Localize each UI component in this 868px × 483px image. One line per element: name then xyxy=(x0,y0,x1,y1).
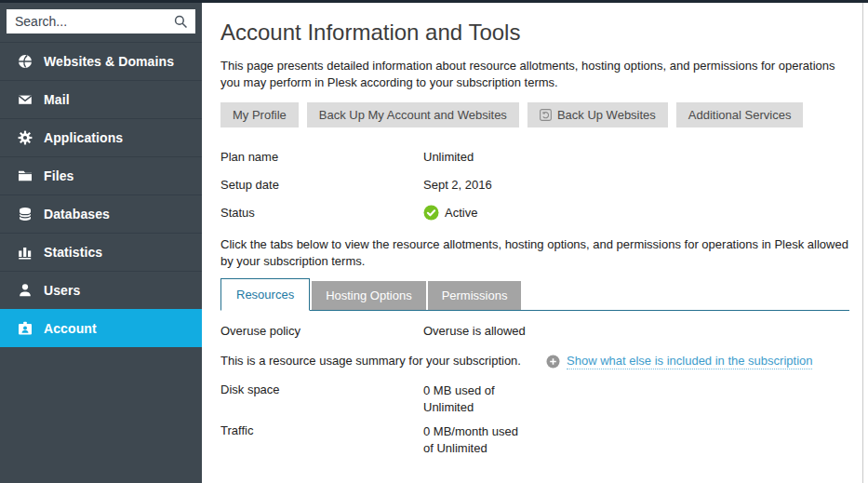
sidebar-nav: Websites & Domains Mail xyxy=(0,42,202,347)
disk-space-row: Disk space 0 MB used of Unlimited xyxy=(220,382,849,415)
disk-space-used: 0 MB used of xyxy=(423,382,495,399)
id-card-icon xyxy=(18,321,33,336)
button-label: Additional Services xyxy=(688,108,792,122)
tab-resources[interactable]: Resources xyxy=(220,278,310,311)
tab-permissions[interactable]: Permissions xyxy=(428,281,522,310)
backup-websites-button[interactable]: Back Up Websites xyxy=(527,102,668,127)
plan-name-label: Plan name xyxy=(220,150,423,164)
bar-chart-icon xyxy=(18,245,33,260)
resources-tab-panel: Overuse policy Overuse is allowed This i… xyxy=(220,324,849,456)
search-icon[interactable] xyxy=(174,15,188,29)
sidebar-search xyxy=(0,0,202,42)
sidebar-item-label: Files xyxy=(44,168,73,183)
disk-space-value: 0 MB used of Unlimited xyxy=(423,382,495,415)
disk-space-label: Disk space xyxy=(220,382,423,396)
traffic-value: 0 MB/month used of Unlimited xyxy=(423,423,518,456)
traffic-used: 0 MB/month used xyxy=(423,423,518,440)
top-border-strip xyxy=(0,0,868,3)
traffic-label: Traffic xyxy=(220,423,423,437)
sidebar-item-account[interactable]: Account xyxy=(0,309,202,347)
sidebar-item-files[interactable]: Files xyxy=(0,156,202,195)
sidebar-item-databases[interactable]: Databases xyxy=(0,195,202,233)
sidebar-item-label: Statistics xyxy=(44,245,102,260)
search-input[interactable] xyxy=(7,9,195,34)
sidebar-item-label: Databases xyxy=(44,207,110,221)
sidebar-item-statistics[interactable]: Statistics xyxy=(0,233,202,271)
backup-account-websites-button[interactable]: Back Up My Account and Websites xyxy=(307,102,519,127)
my-profile-button[interactable]: My Profile xyxy=(220,102,299,127)
sidebar: Websites & Domains Mail xyxy=(0,0,202,483)
sidebar-item-applications[interactable]: Applications xyxy=(0,118,202,156)
window-right-edge xyxy=(862,3,868,483)
page-description: This page presents detailed information … xyxy=(220,58,849,90)
mail-icon xyxy=(18,92,33,107)
status-row: Status Active xyxy=(220,198,849,226)
user-icon xyxy=(18,283,33,298)
subscription-link-wrap: Show what else is included in the subscr… xyxy=(546,353,812,369)
sidebar-item-label: Users xyxy=(44,283,80,298)
tab-bar: Resources Hosting Options Permissions xyxy=(220,278,849,311)
button-label: Back Up Websites xyxy=(557,108,656,122)
plus-icon[interactable] xyxy=(546,355,560,369)
status-badge: Active xyxy=(445,206,477,220)
status-value: Active xyxy=(423,205,477,221)
gear-icon xyxy=(18,130,33,145)
plan-info-table: Plan name Unlimited Setup date Sept 2, 2… xyxy=(220,142,849,226)
sidebar-item-users[interactable]: Users xyxy=(0,271,202,309)
overuse-policy-row: Overuse policy Overuse is allowed xyxy=(220,324,849,338)
sidebar-item-label: Applications xyxy=(44,130,123,145)
overuse-policy-value: Overuse is allowed xyxy=(423,324,526,338)
database-icon xyxy=(18,207,33,221)
status-label: Status xyxy=(220,206,423,220)
overuse-policy-label: Overuse policy xyxy=(220,324,423,338)
main-content: Account Information and Tools This page … xyxy=(202,0,868,483)
plan-name-value: Unlimited xyxy=(423,150,474,164)
resource-summary-row: This is a resource usage summary for you… xyxy=(220,353,849,369)
resource-summary-text: This is a resource usage summary for you… xyxy=(220,353,546,369)
tab-hosting-options[interactable]: Hosting Options xyxy=(312,281,426,310)
traffic-row: Traffic 0 MB/month used of Unlimited xyxy=(220,423,849,456)
disk-space-limit: Unlimited xyxy=(423,399,495,416)
toolbar: My Profile Back Up My Account and Websit… xyxy=(220,102,849,127)
sidebar-item-label: Account xyxy=(44,321,97,336)
folder-icon xyxy=(18,168,33,183)
sidebar-item-label: Websites & Domains xyxy=(44,54,174,69)
usage-rows: Disk space 0 MB used of Unlimited Traffi… xyxy=(220,382,849,456)
setup-date-value: Sept 2, 2016 xyxy=(423,178,492,192)
additional-services-button[interactable]: Additional Services xyxy=(676,102,804,127)
button-label: Back Up My Account and Websites xyxy=(319,108,507,122)
setup-date-row: Setup date Sept 2, 2016 xyxy=(220,170,849,198)
check-icon xyxy=(423,205,439,221)
show-subscription-link[interactable]: Show what else is included in the subscr… xyxy=(567,354,812,369)
backup-icon xyxy=(540,109,552,121)
traffic-limit: of Unlimited xyxy=(423,440,518,457)
plan-name-row: Plan name Unlimited xyxy=(220,142,849,170)
sidebar-item-label: Mail xyxy=(44,92,70,107)
globe-icon xyxy=(18,54,33,69)
plesk-window: Websites & Domains Mail xyxy=(0,0,868,483)
setup-date-label: Setup date xyxy=(220,178,423,192)
sidebar-item-mail[interactable]: Mail xyxy=(0,80,202,118)
sidebar-item-websites-domains[interactable]: Websites & Domains xyxy=(0,42,202,80)
tabs-hint: Click the tabs below to view the resourc… xyxy=(220,236,849,269)
button-label: My Profile xyxy=(233,108,287,122)
page-title: Account Information and Tools xyxy=(220,20,849,46)
